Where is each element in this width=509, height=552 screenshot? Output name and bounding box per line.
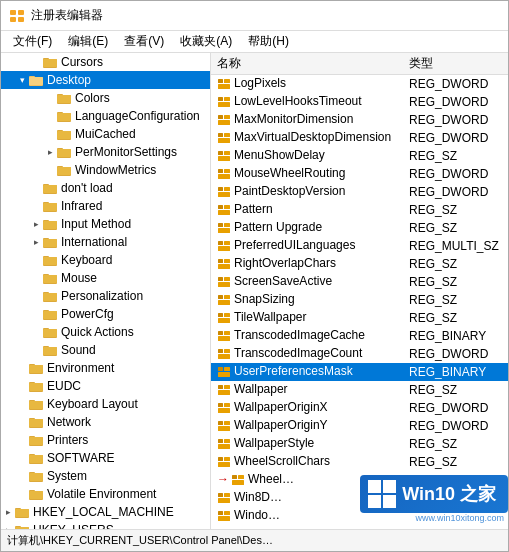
table-row[interactable]: WallpaperOriginXREG_DWORD [211,399,508,417]
tree-label-mouse: Mouse [61,271,97,285]
menu-favorites[interactable]: 收藏夹(A) [172,31,240,52]
tree-item-dontload[interactable]: don't load [1,179,210,197]
table-row[interactable]: Windo… [211,507,508,525]
tree-item-hku[interactable]: ▸ HKEY_USERS [1,521,210,529]
folder-icon-cursors [43,55,59,69]
table-row[interactable]: TranscodedImageCountREG_DWORD [211,345,508,363]
table-row[interactable]: WallpaperREG_SZ [211,381,508,399]
cell-type: REG_SZ [403,201,508,219]
tree-item-software[interactable]: SOFTWARE [1,449,210,467]
table-row[interactable]: TranscodedImageCacheREG_BINARY [211,327,508,345]
table-row[interactable]: WallpaperOriginYREG_DWORD [211,417,508,435]
table-row[interactable]: PatternREG_SZ [211,201,508,219]
folder-icon-languageconfiguration [57,109,73,123]
svg-rect-154 [232,475,237,479]
table-row[interactable]: UserPreferencesMaskREG_BINARY [211,363,508,381]
svg-rect-98 [218,138,230,143]
table-row[interactable]: WheelScrollCharsREG_SZ [211,453,508,471]
menu-edit[interactable]: 编辑(E) [60,31,116,52]
svg-rect-125 [218,300,230,305]
table-row[interactable]: PreferredUILanguagesREG_MULTI_SZ [211,237,508,255]
table-row[interactable]: MouseWheelRoutingREG_DWORD [211,165,508,183]
menu-view[interactable]: 查看(V) [116,31,172,52]
svg-rect-143 [218,408,230,413]
svg-rect-99 [224,133,230,137]
status-bar: 计算机\HKEY_CURRENT_USER\Control Panel\Des… [1,529,508,551]
svg-rect-103 [218,169,223,173]
tree-item-personalization[interactable]: Personalization [1,287,210,305]
tree-item-colors[interactable]: Colors [1,89,210,107]
tree-item-powercfg[interactable]: PowerCfg [1,305,210,323]
tree-item-muicached[interactable]: MuiCached [1,125,210,143]
tree-item-keyboardlayout[interactable]: Keyboard Layout [1,395,210,413]
cell-type: REG_DWORD [403,345,508,363]
table-row[interactable]: MaxVirtualDesktopDimensionREG_DWORD [211,129,508,147]
tree-item-system[interactable]: System [1,467,210,485]
table-row[interactable]: WallpaperStyleREG_SZ [211,435,508,453]
menu-help[interactable]: 帮助(H) [240,31,297,52]
cell-name: LowLevelHooksTimeout [211,93,403,111]
tree-item-mouse[interactable]: Mouse [1,269,210,287]
tree-item-volatileenvironment[interactable]: Volatile Environment [1,485,210,503]
menu-file[interactable]: 文件(F) [5,31,60,52]
tree-item-desktop[interactable]: ▾ Desktop [1,71,210,89]
cell-type: REG_BINARY [403,327,508,345]
tree-item-network[interactable]: Network [1,413,210,431]
tree-item-sound[interactable]: Sound [1,341,210,359]
table-row[interactable]: ScreenSaveActiveREG_SZ [211,273,508,291]
tree-label-keyboardlayout: Keyboard Layout [47,397,138,411]
svg-rect-156 [238,475,244,479]
tree-item-keyboard[interactable]: Keyboard [1,251,210,269]
svg-rect-145 [218,421,223,425]
table-row[interactable]: SnapSizingREG_SZ [211,291,508,309]
svg-rect-142 [218,403,223,407]
tree-item-languageconfiguration[interactable]: LanguageConfiguration [1,107,210,125]
cell-name: WallpaperOriginY [211,417,403,435]
table-row[interactable]: PaintDesktopVersionREG_DWORD [211,183,508,201]
table-row[interactable]: RightOverlapCharsREG_SZ [211,255,508,273]
table-row[interactable]: Pattern UpgradeREG_SZ [211,219,508,237]
tree-item-cursors[interactable]: Cursors [1,53,210,71]
svg-rect-124 [218,295,223,299]
table-row[interactable]: TileWallpaperREG_SZ [211,309,508,327]
tree-item-inputmethod[interactable]: ▸ Input Method [1,215,210,233]
tree-item-permonitorsettings[interactable]: ▸ PerMonitorSettings [1,143,210,161]
folder-icon-system [29,469,45,483]
expand-btn-permonitorsettings[interactable]: ▸ [43,145,57,159]
tree-label-international: International [61,235,127,249]
svg-rect-6 [43,59,57,67]
table-row[interactable]: → Wheel… [211,471,508,489]
tree-item-quickactions[interactable]: Quick Actions [1,323,210,341]
expand-btn-desktop[interactable]: ▾ [15,73,29,87]
expand-btn-international[interactable]: ▸ [29,235,43,249]
col-name[interactable]: 名称 [211,53,403,75]
table-row[interactable]: MenuShowDelayREG_SZ [211,147,508,165]
expand-btn-inputmethod[interactable]: ▸ [29,217,43,231]
expand-btn-hklm[interactable]: ▸ [1,505,15,519]
tree-item-printers[interactable]: Printers [1,431,210,449]
cell-name: WallpaperStyle [211,435,403,453]
svg-rect-88 [218,79,223,83]
tree-item-eudc[interactable]: EUDC [1,377,210,395]
folder-icon-colors [57,91,73,105]
svg-rect-153 [224,457,230,461]
table-row[interactable]: LogPixelsREG_DWORD [211,75,508,93]
svg-rect-123 [224,277,230,281]
tree-item-environment[interactable]: Environment [1,359,210,377]
table-row[interactable]: LowLevelHooksTimeoutREG_DWORD [211,93,508,111]
cell-type: REG_MULTI_SZ [403,237,508,255]
tree-label-keyboard: Keyboard [61,253,112,267]
table-row[interactable]: MaxMonitorDimensionREG_DWORD [211,111,508,129]
tree-panel[interactable]: Cursors▾ Desktop Colors LanguageConfigur… [1,53,211,529]
col-type[interactable]: 类型 [403,53,508,75]
tree-item-windowmetrics[interactable]: WindowMetrics [1,161,210,179]
tree-item-infrared[interactable]: Infrared [1,197,210,215]
svg-rect-113 [218,228,230,233]
svg-rect-161 [218,516,230,521]
table-row[interactable]: Win8D… [211,489,508,507]
tree-item-hklm[interactable]: ▸ HKEY_LOCAL_MACHINE [1,503,210,521]
tree-item-international[interactable]: ▸ International [1,233,210,251]
registry-panel[interactable]: 名称 类型 LogPixelsREG_DWORD LowLevelHooksTi… [211,53,508,529]
tree-label-infrared: Infrared [61,199,102,213]
folder-icon-network [29,415,45,429]
